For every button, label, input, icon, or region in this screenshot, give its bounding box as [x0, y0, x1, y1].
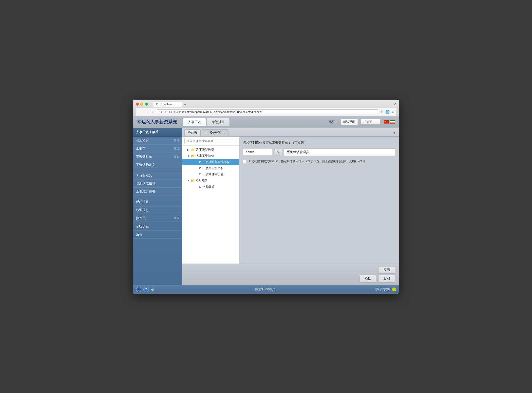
tree-search-input[interactable]: [184, 138, 237, 144]
sidebar-item-system-settings[interactable]: 系统设置: [133, 222, 182, 231]
checkbox-label: 工资调整单提交申请时，指定具体的审批人（本项不选，则上面授权的任何一人均可审批）: [248, 159, 367, 163]
close-window-button[interactable]: [136, 103, 139, 106]
tree-search: [182, 137, 239, 146]
tree-toggle-icon-2: ▼: [187, 155, 190, 157]
tree-item-oa[interactable]: ▼ 📂 OA/考勤: [182, 178, 239, 184]
status-shortcuts-label: 系统快捷键: [375, 287, 390, 291]
func-code-input[interactable]: [361, 119, 380, 125]
panel-content: ▶ 📁 淘宝设置选项 ▼ 📂 人事工资选项: [182, 137, 399, 264]
settings-title: 授权下列操作员审批工资调整单：（可多选）: [243, 141, 395, 145]
panel-tabs: 导航图 🗋 系统设置 ○ ▾: [182, 128, 399, 137]
sidebar-item-salary-group[interactable]: 工资组定义: [133, 171, 182, 179]
back-button[interactable]: ←: [138, 109, 143, 114]
fullscreen-icon: ⤢: [394, 102, 396, 106]
maximize-window-button[interactable]: [145, 103, 148, 106]
flag-other-icon: [390, 120, 395, 124]
main-panel: 导航图 🗋 系统设置 ○ ▾: [182, 128, 399, 285]
browser-addressbar: ← → C ☆ 🌐 ≡: [136, 108, 396, 116]
tree-item-taobao[interactable]: ▶ 📁 淘宝设置选项: [182, 147, 239, 153]
browser-window: 🗋 index.html × + ⤢ ← → C ☆ 🌐 ≡ 幸运鸟人事薪资系统: [133, 100, 399, 294]
folder-open-icon: 📂: [191, 154, 195, 158]
panel-tab-navigation[interactable]: 导航图: [184, 129, 201, 136]
app-body: 人事工资主菜单 员工档案 新建 工资单 新建 工资调整单 新建 工资结构定义: [133, 128, 399, 285]
bottom-bar: 应用 确认 取消: [182, 264, 399, 285]
sidebar-divider-2: [133, 197, 182, 197]
sidebar-item-position[interactable]: 职务信息: [133, 206, 182, 214]
app-header: 幸运鸟人事薪资系统 人事工资 考勤排班 视图： 默认视图: [133, 116, 399, 128]
new-tab-button[interactable]: +: [182, 102, 187, 107]
file-icon: 🗋: [199, 161, 202, 163]
apply-row: 应用: [186, 266, 395, 274]
tree-item-attendance-settings[interactable]: 🗋 考勤设置: [182, 184, 239, 190]
folder-icon: 📁: [191, 148, 195, 152]
browser-tab-active[interactable]: 🗋 index.html ×: [153, 102, 182, 107]
browser-titlebar: 🗋 index.html × + ⤢ ← → C ☆ 🌐 ≡: [133, 100, 399, 116]
back-to-home-icon[interactable]: K: [136, 287, 141, 292]
confirm-cancel-row: 确认 取消: [186, 275, 395, 283]
sidebar-item-employee[interactable]: 员工档案 新建: [133, 137, 182, 145]
forward-button[interactable]: →: [145, 109, 149, 114]
sidebar-item-kpi-report[interactable]: 客服绩效报表: [133, 179, 182, 188]
tab-close-button[interactable]: ×: [178, 103, 179, 106]
browser-menu-icon[interactable]: ≡: [392, 110, 394, 114]
sidebar: 人事工资主菜单 员工档案 新建 工资单 新建 工资调整单 新建 工资结构定义: [133, 128, 182, 285]
tree-item-salary-adj-approval[interactable]: 🗋 工资调整单审批授权: [182, 159, 239, 165]
file-icon-4: 🗋: [199, 185, 202, 188]
browser-tabs: 🗋 index.html × +: [153, 102, 187, 107]
flag-cn-icon: [383, 120, 389, 124]
approver-row: admin > 系统默认管理员: [243, 148, 395, 156]
view-label: 视图：: [329, 120, 338, 124]
app-container: 幸运鸟人事薪资系统 人事工资 考勤排班 视图： 默认视图: [133, 116, 399, 294]
app-header-right: 视图： 默认视图: [329, 119, 395, 125]
status-indicator-dot: [392, 287, 396, 291]
address-bar[interactable]: [157, 109, 378, 114]
settings-gear-icon[interactable]: ⚙: [151, 287, 154, 292]
sidebar-title: 人事工资主菜单: [133, 128, 182, 137]
minimize-window-button[interactable]: [140, 103, 143, 106]
file-icon-3: 🗋: [199, 173, 202, 176]
tree-item-hr-options[interactable]: ▼ 📂 人事工资选项: [182, 153, 239, 159]
sidebar-item-payslip[interactable]: 工资单 新建: [133, 145, 182, 153]
app-logo: 幸运鸟人事薪资系统: [137, 119, 177, 125]
panel-tab-close-button[interactable]: ○: [223, 132, 225, 134]
confirm-button[interactable]: 确认: [360, 275, 376, 283]
nav-tab-attendance[interactable]: 考勤排班: [207, 118, 230, 126]
apply-button[interactable]: 应用: [378, 266, 395, 274]
checkbox-row: 工资调整单提交申请时，指定具体的审批人（本项不选，则上面授权的任何一人均可审批）: [243, 159, 395, 163]
traffic-lights: [136, 103, 148, 106]
settings-content: 授权下列操作员审批工资调整单：（可多选） admin > 系统默认管理员 工资调…: [239, 137, 399, 264]
file-icon-2: 🗋: [199, 167, 202, 170]
approver-title-field: 系统默认管理员: [284, 148, 395, 156]
folder-open-icon-2: 📂: [191, 179, 195, 182]
cancel-button[interactable]: 取消: [378, 275, 395, 283]
sidebar-item-operator[interactable]: 操作员 新建: [133, 214, 182, 222]
arrow-button[interactable]: >: [275, 149, 282, 155]
tab-favicon-icon: 🗋: [156, 103, 158, 106]
browser-tab-title: index.html: [160, 103, 172, 106]
tree-content: ▶ 📁 淘宝设置选项 ▼ 📂 人事工资选项: [182, 146, 239, 264]
view-select[interactable]: 默认视图: [341, 119, 358, 125]
sidebar-item-salary-adj[interactable]: 工资调整单 新建: [133, 153, 182, 161]
sidebar-item-dept[interactable]: 部门信息: [133, 198, 182, 206]
panel-dropdown-button[interactable]: ▾: [392, 130, 397, 136]
help-icon[interactable]: ?: [143, 287, 149, 292]
refresh-button[interactable]: C: [151, 109, 155, 114]
globe-icon[interactable]: 🌐: [385, 110, 390, 114]
bookmark-icon[interactable]: ☆: [380, 110, 383, 114]
panel-tab-system-settings[interactable]: 🗋 系统设置 ○: [202, 129, 228, 136]
flag-icons: [383, 120, 395, 124]
tree-item-payslip-approval[interactable]: 🗋 工资单审批授权: [182, 165, 239, 171]
nav-tab-hr-salary[interactable]: 人事工资: [183, 118, 206, 126]
tree-item-payslip-rounding[interactable]: 🗋 工资单抹零设置: [182, 171, 239, 178]
tab-file-icon: 🗋: [205, 131, 208, 134]
sidebar-item-salary-struct[interactable]: 工资结构定义: [133, 161, 182, 169]
specify-approver-checkbox[interactable]: [243, 160, 246, 163]
sidebar-item-salary-report[interactable]: 工资统计报表: [133, 188, 182, 196]
sidebar-divider-1: [133, 170, 182, 170]
app-nav-tabs: 人事工资 考勤排班: [183, 118, 329, 126]
tree-panel: ▶ 📁 淘宝设置选项 ▼ 📂 人事工资选项: [182, 137, 239, 264]
tree-toggle-icon-3: ▼: [187, 179, 190, 182]
status-user-label: 系统默认管理员: [156, 287, 373, 291]
approver-name-field: admin: [243, 149, 273, 155]
sidebar-item-role[interactable]: 角色: [133, 231, 182, 239]
